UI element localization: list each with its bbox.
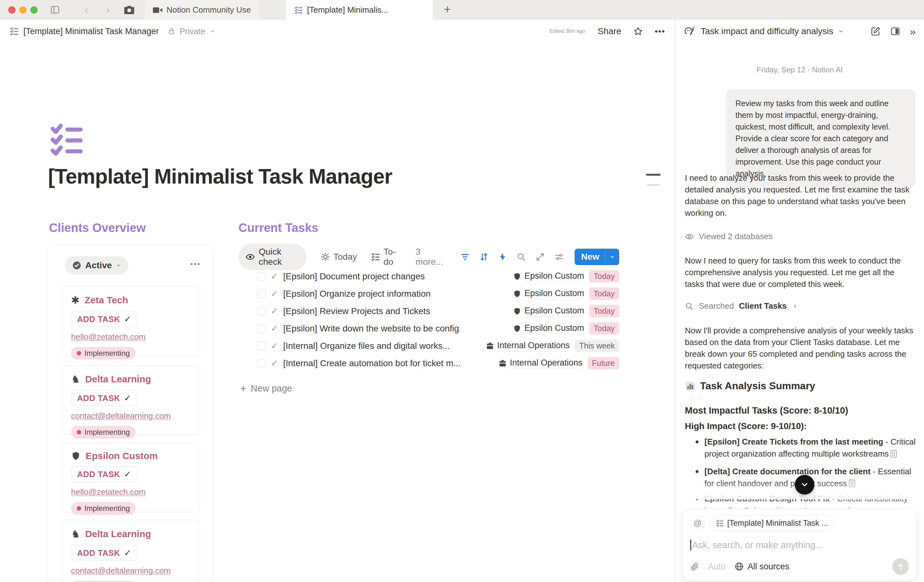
add-task-button[interactable]: ADD TASK ✓ [71,545,137,561]
client-name[interactable]: Zeta Tech [85,295,128,306]
collapse-double-chevron-icon[interactable]: » [910,25,916,38]
task-client-tag[interactable]: Internal Operations [498,358,582,369]
task-row[interactable]: ✓ [Internal] Create automation bot for t… [239,354,619,372]
ai-thread-title[interactable]: Task impact and difficulty analysis [701,26,833,36]
task-checkbox[interactable] [257,272,266,281]
task-checkbox[interactable] [257,307,266,315]
compose-icon[interactable] [871,26,881,36]
view-tab-todo[interactable]: To-do [371,247,402,267]
status-filter-active[interactable]: Active [65,256,128,274]
context-chip-label: [Template] Minimalist Task ... [727,519,828,527]
task-row[interactable]: ✓ [Epsilon] Write down the website to be… [239,320,619,337]
scroll-to-bottom-button[interactable] [795,475,814,494]
context-page-chip[interactable]: [Template] Minimalist Task ... [710,515,834,531]
board-more-button[interactable]: ••• [190,260,201,269]
all-sources-button[interactable]: All sources [734,562,789,572]
task-checkbox[interactable] [257,342,266,350]
sort-icon[interactable] [479,252,489,261]
favorite-star-icon[interactable] [634,26,643,36]
client-card[interactable]: ♞ Delta Learning ADD TASK ✓ contact@delt… [62,365,200,435]
shield-icon [71,451,81,461]
view-tab-today[interactable]: Today [321,252,357,262]
add-task-button[interactable]: ADD TASK ✓ [71,311,137,327]
bar-chart-icon [685,381,696,392]
mention-button[interactable]: @ [690,516,705,531]
back-button[interactable]: ‹ [85,3,88,16]
task-title[interactable]: [Epsilon] Document project changes [283,271,424,281]
traffic-zoom-button[interactable] [30,6,38,13]
forward-button[interactable]: › [106,3,110,16]
new-record-button[interactable]: New [574,249,619,265]
share-button[interactable]: Share [598,26,621,36]
attachment-paperclip-icon[interactable] [690,562,699,571]
lightning-icon[interactable] [498,252,507,261]
client-card[interactable]: ♞ Delta Learning ADD TASK ✓ contact@delt… [62,520,200,582]
send-button[interactable] [893,558,909,575]
task-client-tag[interactable]: Epsilon Custom [513,306,584,317]
block-handle-dash[interactable] [646,174,660,176]
task-client-tag[interactable]: Epsilon Custom [513,288,584,299]
task-title[interactable]: [Epsilon] Write down the website to be c… [283,324,459,334]
traffic-close-button[interactable] [8,6,15,13]
client-card[interactable]: Epsilon Custom ADD TASK ✓ hello@zetatech… [62,443,200,512]
ai-composer[interactable]: @ [Template] Minimalist Task ... Ask, se… [682,509,917,581]
new-tab-button[interactable]: + [444,3,451,16]
task-client-tag[interactable]: Internal Operations [486,341,570,351]
clients-overview-heading: Clients Overview [49,221,146,235]
task-title[interactable]: [Epsilon] Review Projects and Tickets [283,306,430,316]
client-email-link[interactable]: contact@deltalearning.com [71,566,191,576]
page-title[interactable]: [Template] Minimalist Task Manager [48,164,392,188]
task-title[interactable]: [Epsilon] Organize project information [283,289,431,299]
panel-layout-icon[interactable] [890,26,900,36]
task-row[interactable]: ✓ [Internal] Organize files and digital … [239,337,619,354]
breadcrumb-title[interactable]: [Template] Minimalist Task Manager [23,26,159,36]
client-card[interactable]: ✱ Zeta Tech ADD TASK ✓ hello@zetatech.co… [62,286,200,356]
more-views-button[interactable]: 3 more... [416,247,447,267]
privacy-label[interactable]: Private [180,26,205,36]
task-checkbox[interactable] [257,290,266,298]
searched-label: Searched [699,301,734,311]
add-task-button[interactable]: ADD TASK ✓ [71,390,137,406]
client-email-link[interactable]: contact@deltalearning.com [71,411,191,421]
tab-label: [Template] Minimalis... [307,5,388,15]
model-auto-label[interactable]: Auto [708,562,726,572]
task-row[interactable]: ✓ [Epsilon] Organize project information… [239,285,619,303]
expand-icon[interactable] [535,252,545,261]
search-icon[interactable] [516,252,526,261]
task-title[interactable]: [Internal] Create automation bot for tic… [283,358,460,369]
client-name[interactable]: Delta Learning [85,529,151,539]
tab-notion-community[interactable]: Notion Community Use [145,0,259,20]
task-row[interactable]: ✓ [Epsilon] Document project changes Eps… [239,268,619,285]
client-name[interactable]: Epsilon Custom [86,451,158,461]
task-checkbox[interactable] [257,324,266,333]
filter-icon[interactable] [460,252,470,261]
chevron-down-icon[interactable] [838,28,844,35]
check-icon: ✓ [124,469,131,479]
search-icon [685,302,694,311]
new-page-button[interactable]: + New page [240,382,292,395]
task-client-tag[interactable]: Epsilon Custom [513,271,584,282]
ai-input[interactable]: Ask, search, or make anything... [692,540,823,551]
searched-row[interactable]: Searched Client Tasks [685,301,798,311]
task-checkbox[interactable] [257,359,266,367]
view-tab-quick-check[interactable]: Quick check [239,244,307,270]
task-title[interactable]: [Internal] Organize files and digital wo… [283,341,450,351]
client-email-link[interactable]: hello@zetatech.com [71,332,191,342]
searched-target[interactable]: Client Tasks [739,301,787,311]
sidebar-toggle-icon[interactable] [50,5,60,15]
client-name[interactable]: Delta Learning [85,374,151,385]
add-task-button[interactable]: ADD TASK ✓ [71,466,137,482]
viewed-databases-row[interactable]: Viewed 2 databases [685,231,773,241]
tune-settings-icon[interactable] [554,252,564,261]
tab-template-minimalist[interactable]: [Template] Minimalis... [286,0,433,20]
chess-knight-icon: ♞ [71,528,80,540]
more-options-button[interactable]: ••• [655,26,665,36]
task-client-tag[interactable]: Epsilon Custom [513,323,584,334]
page-emoji-todo-icon[interactable] [48,121,85,158]
traffic-minimize-button[interactable] [19,6,26,13]
new-button-dropdown[interactable] [605,251,619,262]
screenshot-camera-icon[interactable] [124,5,135,15]
page-todo-icon [10,26,19,36]
client-email-link[interactable]: hello@zetatech.com [71,487,191,497]
task-row[interactable]: ✓ [Epsilon] Review Projects and Tickets … [239,303,619,320]
